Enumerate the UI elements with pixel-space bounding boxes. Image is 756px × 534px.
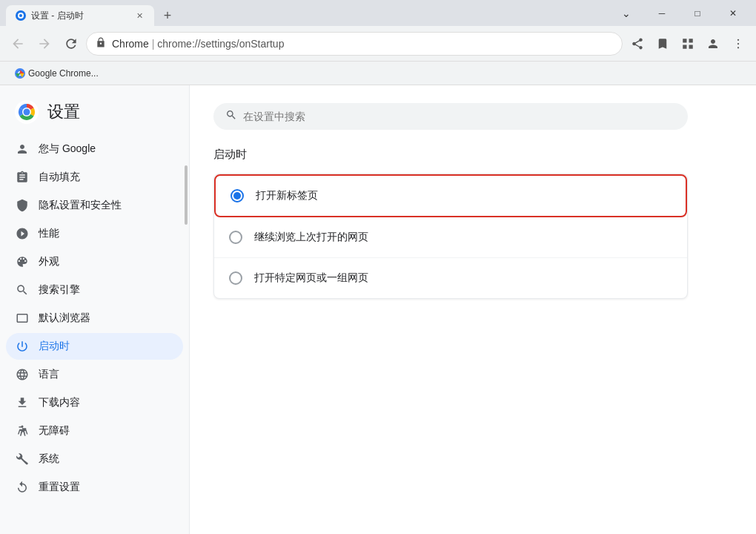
sidebar-item-label: 系统 — [39, 452, 59, 466]
sidebar-item-system[interactable]: 系统 — [6, 446, 183, 472]
sidebar-item-label: 性能 — [39, 227, 59, 240]
tab-search-button[interactable] — [676, 32, 700, 56]
sidebar-item-autofill[interactable]: 自动填充 — [6, 164, 183, 191]
sidebar-item-label: 隐私设置和安全性 — [39, 199, 122, 212]
tab-title: 设置 - 启动时 — [31, 10, 84, 22]
sidebar-item-label: 语言 — [39, 368, 59, 381]
new-tab-button[interactable]: + — [157, 5, 178, 26]
navbar: Chrome | chrome://settings/onStartup — [0, 26, 756, 62]
option-new-tab[interactable]: 打开新标签页 — [216, 176, 686, 216]
maximize-button[interactable]: □ — [680, 0, 714, 26]
svg-point-8 — [737, 42, 739, 44]
sidebar-item-label: 无障碍 — [39, 424, 70, 438]
minimize-button[interactable]: ─ — [645, 0, 679, 26]
download-icon — [15, 395, 30, 410]
sidebar-item-reset[interactable]: 重置设置 — [6, 474, 183, 501]
tab-strip: 设置 - 启动时 ✕ + — [6, 0, 609, 26]
address-site: Chrome — [112, 38, 149, 50]
sidebar-scroll-container: 您与 Google 自动填充 隐私设置和安全性 — [0, 136, 189, 534]
sidebar-item-accessibility[interactable]: 无障碍 — [6, 418, 183, 444]
sidebar-item-startup[interactable]: 启动时 — [6, 333, 183, 360]
bookmarks-bar: Google Chrome... — [0, 62, 756, 85]
palette-icon — [15, 254, 30, 269]
search-bar[interactable] — [213, 103, 688, 130]
sidebar-item-label: 启动时 — [39, 340, 70, 353]
close-button[interactable]: ✕ — [716, 0, 750, 26]
share-button[interactable] — [626, 32, 649, 56]
svg-point-2 — [19, 14, 22, 17]
main-content: 设置 您与 Google 自动填充 — [0, 85, 756, 534]
radio-specific[interactable] — [229, 271, 242, 285]
address-text: Chrome | chrome://settings/onStartup — [112, 38, 613, 50]
sidebar-item-privacy[interactable]: 隐私设置和安全性 — [6, 192, 183, 219]
sidebar-title: 设置 — [47, 101, 80, 123]
web-icon — [15, 311, 30, 326]
active-tab[interactable]: 设置 - 启动时 ✕ — [6, 5, 154, 26]
svg-rect-6 — [683, 44, 686, 48]
sidebar-item-label: 搜索引擎 — [39, 283, 80, 297]
sidebar-item-downloads[interactable]: 下载内容 — [6, 389, 183, 416]
section-title: 启动时 — [213, 148, 732, 162]
language-icon — [15, 367, 30, 382]
menu-button[interactable] — [726, 32, 750, 56]
svg-point-15 — [24, 109, 30, 116]
shield-icon — [15, 198, 30, 213]
option-specific[interactable]: 打开特定网页或一组网页 — [214, 258, 687, 298]
reload-button[interactable] — [59, 32, 83, 56]
titlebar: 设置 - 启动时 ✕ + ⌄ ─ □ ✕ — [0, 0, 756, 26]
chrome-logo — [15, 100, 39, 124]
sidebar-item-label: 下载内容 — [39, 396, 80, 409]
option-continue[interactable]: 继续浏览上次打开的网页 — [214, 217, 687, 258]
sidebar-scrollbar[interactable] — [185, 136, 188, 534]
bookmark-button[interactable] — [651, 32, 674, 56]
sidebar-item-search[interactable]: 搜索引擎 — [6, 277, 183, 303]
search-bar-icon — [225, 109, 237, 124]
sidebar-header: 设置 — [0, 85, 189, 136]
person-icon — [15, 142, 30, 156]
content-area: 启动时 打开新标签页 继续浏览上次打开的网页 打开特定网页或一组网页 — [190, 85, 756, 534]
sidebar-item-label: 重置设置 — [39, 481, 80, 494]
tab-close-button[interactable]: ✕ — [133, 10, 145, 22]
sidebar-item-label: 您与 Google — [39, 142, 96, 156]
assignment-icon — [15, 170, 30, 185]
sidebar-item-performance[interactable]: 性能 — [6, 220, 183, 247]
address-url: chrome://settings/onStartup — [157, 38, 284, 50]
back-button[interactable] — [6, 32, 30, 56]
sidebar-item-google-account[interactable]: 您与 Google — [6, 136, 183, 162]
option-continue-label: 继续浏览上次打开的网页 — [254, 231, 368, 244]
forward-button[interactable] — [33, 32, 56, 56]
radio-new-tab[interactable] — [231, 189, 244, 202]
profile-button[interactable] — [701, 32, 725, 56]
nav-actions — [626, 32, 750, 56]
svg-rect-5 — [689, 44, 693, 48]
accessibility-icon — [15, 423, 30, 438]
window-controls: ⌄ ─ □ ✕ — [609, 0, 750, 26]
search-icon — [15, 283, 30, 297]
sidebar-item-language[interactable]: 语言 — [6, 361, 183, 388]
address-bar[interactable]: Chrome | chrome://settings/onStartup — [86, 32, 623, 56]
bookmark-label: Google Chrome... — [28, 68, 99, 79]
option-new-tab-wrapper: 打开新标签页 — [214, 174, 687, 217]
svg-point-7 — [737, 39, 739, 40]
option-specific-label: 打开特定网页或一组网页 — [254, 271, 368, 285]
bookmark-google-chrome[interactable]: Google Chrome... — [9, 67, 105, 80]
security-icon — [96, 37, 106, 50]
svg-point-9 — [737, 47, 739, 48]
option-new-tab-label: 打开新标签页 — [256, 189, 318, 202]
chevron-down-button[interactable]: ⌄ — [609, 0, 643, 26]
sidebar: 设置 您与 Google 自动填充 — [0, 85, 190, 534]
svg-rect-3 — [683, 39, 686, 42]
search-input[interactable] — [243, 111, 676, 122]
sidebar-item-appearance[interactable]: 外观 — [6, 248, 183, 275]
power-icon — [15, 339, 30, 354]
speed-icon — [15, 226, 30, 241]
sidebar-item-browser[interactable]: 默认浏览器 — [6, 305, 183, 332]
reset-icon — [15, 480, 30, 495]
sidebar-scroll-thumb — [185, 165, 188, 225]
svg-rect-4 — [689, 39, 693, 42]
startup-options-card: 打开新标签页 继续浏览上次打开的网页 打开特定网页或一组网页 — [213, 174, 688, 299]
sidebar-item-label: 自动填充 — [39, 171, 80, 184]
settings-icon — [15, 452, 30, 467]
radio-continue[interactable] — [229, 231, 242, 244]
sidebar-nav: 您与 Google 自动填充 隐私设置和安全性 — [0, 136, 189, 502]
